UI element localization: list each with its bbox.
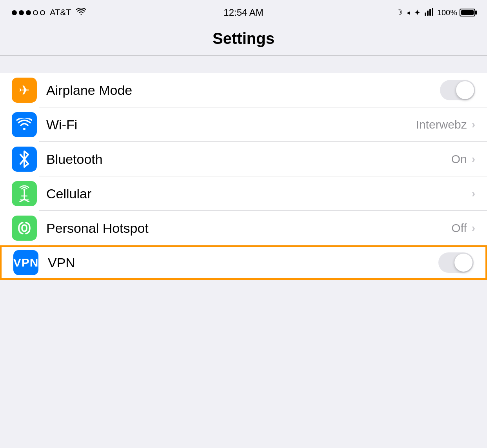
signal-dot-2: [19, 10, 24, 15]
battery-icon: [460, 9, 475, 16]
settings-item-airplane-mode[interactable]: ✈ Airplane Mode: [0, 73, 487, 107]
airplane-mode-label: Airplane Mode: [46, 83, 440, 98]
cellular-tower-icon: [16, 185, 33, 202]
bluetooth-icon-bg: [12, 147, 37, 172]
cellular-chevron: ›: [472, 187, 475, 200]
hotspot-chevron: ›: [472, 222, 475, 234]
airplane-mode-icon-bg: ✈: [12, 78, 37, 103]
svg-rect-0: [425, 13, 426, 16]
settings-item-cellular[interactable]: Cellular ›: [0, 176, 487, 211]
wifi-label: Wi-Fi: [46, 117, 416, 132]
svg-rect-3: [432, 8, 433, 16]
wifi-icon: [16, 118, 32, 131]
vpn-label: VPN: [48, 255, 438, 270]
battery-container: 100%: [437, 8, 475, 17]
hotspot-label: Personal Hotspot: [46, 221, 451, 236]
cellular-icon-bg: [12, 181, 37, 206]
settings-list: ✈ Airplane Mode Wi-Fi Interwebz › Blueto…: [0, 73, 487, 280]
svg-rect-1: [427, 11, 429, 16]
vpn-toggle-knob: [454, 254, 472, 272]
settings-item-vpn[interactable]: VPN VPN: [0, 245, 487, 280]
page-title-bar: Settings: [0, 24, 487, 55]
vpn-icon-text: VPN: [13, 256, 39, 269]
status-bar: AT&T 12:54 AM ☽ ◂ ✦ 100%: [0, 0, 487, 24]
signal-dot-1: [12, 10, 17, 15]
settings-item-bluetooth[interactable]: Bluetooth On ›: [0, 142, 487, 176]
bluetooth-chevron: ›: [472, 153, 475, 165]
settings-item-wifi[interactable]: Wi-Fi Interwebz ›: [0, 107, 487, 142]
signal-dot-3: [26, 10, 31, 15]
hotspot-value: Off: [451, 221, 467, 235]
signal-dot-4: [33, 10, 38, 15]
carrier-name: AT&T: [50, 7, 71, 18]
section-spacer: [0, 56, 487, 73]
battery-percentage: 100%: [437, 8, 457, 17]
vpn-icon-bg: VPN: [13, 250, 38, 275]
signal-dots: [12, 10, 45, 15]
airplane-icon: ✈: [19, 82, 30, 98]
hotspot-icon: [16, 219, 33, 237]
svg-point-9: [24, 189, 25, 191]
signal-bars-icon: [425, 8, 433, 18]
hotspot-icon-bg: [12, 216, 37, 241]
settings-item-hotspot[interactable]: Personal Hotspot Off ›: [0, 211, 487, 245]
signal-dot-5: [40, 10, 45, 15]
wifi-status-icon: [76, 8, 86, 18]
bluetooth-label: Bluetooth: [46, 152, 451, 167]
wifi-value: Interwebz: [416, 118, 467, 131]
vpn-toggle[interactable]: [438, 252, 474, 273]
do-not-disturb-icon: ☽: [395, 7, 403, 18]
bluetooth-value: On: [451, 152, 467, 166]
battery-fill: [461, 10, 474, 15]
wifi-chevron: ›: [472, 118, 475, 131]
bluetooth-icon: [18, 151, 30, 168]
svg-rect-2: [429, 9, 431, 16]
status-left: AT&T: [12, 7, 86, 18]
bluetooth-status-icon: ✦: [414, 8, 421, 17]
status-time: 12:54 AM: [224, 7, 263, 18]
airplane-mode-toggle-knob: [456, 81, 474, 99]
page-title: Settings: [0, 30, 487, 47]
wifi-icon-bg: [12, 112, 37, 137]
status-right: ☽ ◂ ✦ 100%: [395, 7, 475, 18]
location-icon: ◂: [407, 8, 410, 17]
cellular-label: Cellular: [46, 186, 472, 201]
airplane-mode-toggle[interactable]: [440, 80, 475, 100]
